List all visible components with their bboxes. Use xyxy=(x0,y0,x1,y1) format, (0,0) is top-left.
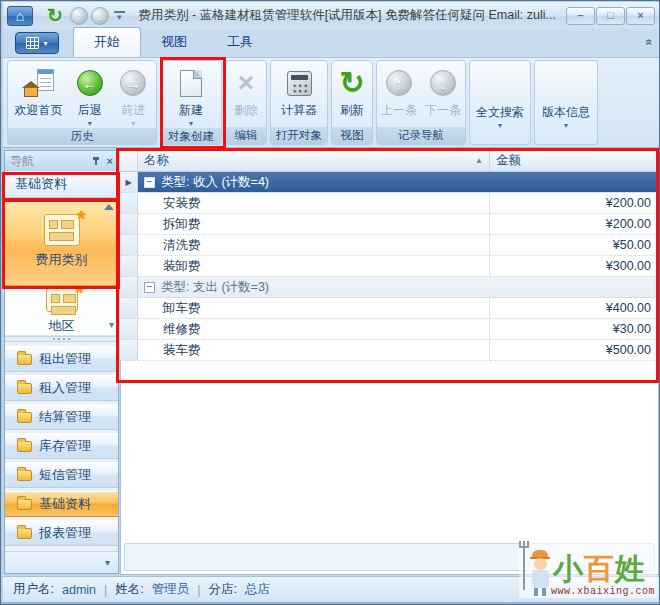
window-title: 费用类别 - 蓝格建材租赁管理软件[试用版本] 免费解答任何疑问 Email: … xyxy=(139,7,562,24)
cell-amount: ¥30.00 xyxy=(490,319,658,340)
folder-icon xyxy=(17,499,32,510)
chevron-down-icon: ▾ xyxy=(131,119,135,128)
status-branch-value: 总店 xyxy=(245,581,270,598)
sidebar-header: 导航 × xyxy=(5,151,118,171)
cell-amount: ¥200.00 xyxy=(490,214,658,235)
ribbon-group-label: 记录导航 xyxy=(377,127,465,144)
close-icon[interactable]: × xyxy=(107,155,113,167)
sidebar-group-label: 基础资料 xyxy=(39,495,91,513)
sidebar-group-button[interactable]: 租入管理 xyxy=(5,375,118,401)
maximize-button[interactable]: □ xyxy=(596,7,625,25)
sidebar-group-label: 租出管理 xyxy=(39,350,91,368)
back-icon: ← xyxy=(77,66,103,100)
table-row[interactable]: 安装费¥200.00 xyxy=(120,193,658,214)
sort-asc-icon: ▲ xyxy=(475,156,483,165)
cell-amount: ¥200.00 xyxy=(490,193,658,214)
cell-name: 卸车费 xyxy=(138,298,490,319)
next-record-button[interactable]: ↓ 下一条 xyxy=(421,63,465,127)
chevron-down-icon: ▾ xyxy=(564,121,568,130)
sidebar-item-region[interactable]: * 地区 ▾ xyxy=(5,286,118,336)
version-info-button[interactable]: 版本信息 ▾ xyxy=(538,61,594,144)
previous-record-button[interactable]: ↑ 上一条 xyxy=(377,63,421,127)
scroll-up-icon[interactable] xyxy=(104,204,114,210)
fee-table: 名称 ▲ 金额 ▶−类型: 收入 (计数=4)安装费¥200.00拆卸费¥200… xyxy=(120,150,658,361)
down-arrow-icon[interactable]: ↓ xyxy=(91,7,109,25)
home-button[interactable]: ⌂ xyxy=(7,6,33,26)
toolbar-overflow-icon[interactable]: ▾ xyxy=(114,11,125,21)
table-row[interactable]: 拆卸费¥200.00 xyxy=(120,214,658,235)
sidebar-overflow-strip[interactable]: ▾ xyxy=(5,551,118,573)
ribbon-collapse-icon[interactable]: « xyxy=(643,39,657,46)
sidebar-group-button[interactable]: 报表管理 xyxy=(5,520,118,546)
row-indicator-cell xyxy=(120,298,138,319)
new-button[interactable]: 新建 ▾ xyxy=(163,63,219,128)
sidebar-item-fee-category[interactable]: * 费用类别 xyxy=(5,198,118,286)
calculator-button[interactable]: 计算器 xyxy=(272,63,326,127)
close-button[interactable]: × xyxy=(626,7,655,25)
cell-amount: ¥400.00 xyxy=(490,298,658,319)
table-header: 名称 ▲ 金额 xyxy=(120,150,658,172)
sidebar-title: 导航 xyxy=(10,153,91,170)
table-group-row[interactable]: ▶−类型: 收入 (计数=4) xyxy=(120,172,658,193)
ribbon-group-fulltext-search: 全文搜索 ▾ xyxy=(469,60,531,145)
sidebar-group-button[interactable]: 基础资料 xyxy=(5,491,118,517)
column-header-name[interactable]: 名称 ▲ xyxy=(138,150,490,171)
collapse-icon[interactable]: − xyxy=(144,282,155,293)
region-icon: * xyxy=(46,288,78,312)
forward-icon: → xyxy=(120,66,146,100)
welcome-page-icon xyxy=(24,66,54,100)
delete-icon: × xyxy=(238,66,254,100)
cell-name: 装车费 xyxy=(138,340,490,361)
sidebar-group-list: 租出管理租入管理结算管理库存管理短信管理基础资料报表管理 xyxy=(5,342,118,551)
content-area: 导航 × 基础资料 * 费用类别 * xyxy=(3,148,659,576)
status-username-value: admin xyxy=(62,583,96,597)
chevron-down-icon: ▾ xyxy=(105,557,110,568)
refresh-icon[interactable]: ↻ xyxy=(47,6,67,26)
up-arrow-icon[interactable]: ↑ xyxy=(70,7,88,25)
watermark-url: www.xbaixing.com xyxy=(551,586,655,597)
sidebar-section-basic-data[interactable]: 基础资料 xyxy=(5,171,118,198)
table-row[interactable]: 卸车费¥400.00 xyxy=(120,298,658,319)
up-circle-icon: ↑ xyxy=(386,66,412,100)
tab-start[interactable]: 开始 xyxy=(73,27,141,57)
welcome-page-button[interactable]: 欢迎首页 xyxy=(9,63,68,128)
back-button[interactable]: ← 后退 ▾ xyxy=(68,63,111,128)
row-indicator-cell xyxy=(120,235,138,256)
table-row[interactable]: 装车费¥500.00 xyxy=(120,340,658,361)
table-row[interactable]: 维修费¥30.00 xyxy=(120,319,658,340)
folder-icon xyxy=(17,528,32,539)
scroll-down-icon[interactable]: ▾ xyxy=(109,319,114,330)
column-header-amount[interactable]: 金额 xyxy=(490,150,658,171)
table-row[interactable]: 清洗费¥50.00 xyxy=(120,235,658,256)
app-menu-button[interactable]: ▾ xyxy=(15,32,59,54)
collapse-icon[interactable]: − xyxy=(144,177,155,188)
delete-button[interactable]: × 删除 xyxy=(227,63,265,127)
sidebar-group-button[interactable]: 库存管理 xyxy=(5,433,118,459)
pin-icon[interactable] xyxy=(91,156,101,166)
minimize-button[interactable]: – xyxy=(566,7,595,25)
forward-button[interactable]: → 前进 ▾ xyxy=(112,63,155,128)
fulltext-search-button[interactable]: 全文搜索 ▾ xyxy=(472,61,528,144)
refresh-icon: ↻ xyxy=(339,66,364,100)
ribbon-group-label: 对象创建 xyxy=(161,128,221,144)
sidebar-group-button[interactable]: 短信管理 xyxy=(5,462,118,488)
tab-tools[interactable]: 工具 xyxy=(207,28,273,57)
sidebar-group-button[interactable]: 结算管理 xyxy=(5,404,118,430)
row-indicator-cell xyxy=(120,340,138,361)
status-branch-label: 分店: xyxy=(209,581,237,598)
sidebar-item-list: * 费用类别 * 地区 ▾ xyxy=(5,198,118,336)
row-indicator-cell xyxy=(120,319,138,340)
table-body: ▶−类型: 收入 (计数=4)安装费¥200.00拆卸费¥200.00清洗费¥5… xyxy=(120,172,658,361)
new-document-icon xyxy=(180,66,202,100)
tab-view[interactable]: 视图 xyxy=(141,28,207,57)
ribbon-group-object-create: 新建 ▾ 对象创建 xyxy=(160,60,222,145)
table-row[interactable]: 装卸费¥300.00 xyxy=(120,256,658,277)
folder-icon xyxy=(17,441,32,452)
title-bar: ⌂ ↻ ↑ ↓ ▾ 费用类别 - 蓝格建材租赁管理软件[试用版本] 免费解答任何… xyxy=(3,2,659,29)
table-group-row[interactable]: −类型: 支出 (计数=3) xyxy=(120,277,658,298)
status-separator: | xyxy=(104,583,107,597)
folder-icon xyxy=(17,354,32,365)
navigation-sidebar: 导航 × 基础资料 * 费用类别 * xyxy=(4,150,119,574)
refresh-button[interactable]: ↻ 刷新 xyxy=(333,63,371,127)
sidebar-group-button[interactable]: 租出管理 xyxy=(5,346,118,372)
